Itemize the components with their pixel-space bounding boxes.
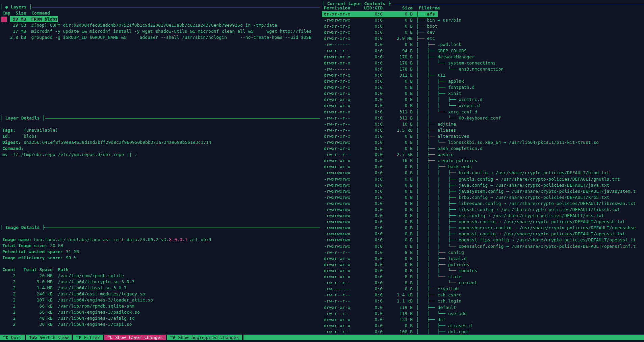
file-tree-row[interactable]: -rwxrwxrwx0:00 B├── bin → usr/bin [322, 17, 644, 23]
file-size: 0 B [386, 139, 413, 146]
file-tree-row[interactable]: drwxr-xr-x0:00 B│ ├── alternatives [322, 133, 644, 139]
shortcut-ctrl-a[interactable]: ^A Show aggregated changes [167, 335, 242, 340]
file-tree-row[interactable]: -rw-r--r--0:08 B│ │ └── current [322, 280, 644, 286]
layer-row-text: 99 MB FROM blobs [10, 16, 58, 22]
file-name: │ │ │ ├── libssh.config → /usr/share/cry… [416, 207, 620, 213]
file-tree-row[interactable]: dr-xr-xr-x0:00 B├── boot [322, 23, 644, 29]
file-name: │ │ └── current [416, 280, 477, 286]
efficiency-value: 99 % [66, 255, 76, 260]
file-tree-row[interactable]: -rwxrwxrwx0:00 B│ │ │ ├── openssh.config… [322, 219, 644, 225]
file-tree-row[interactable]: -rw-r--r--0:0119 B│ │ └── useradd [322, 311, 644, 317]
file-tree-row[interactable]: -rw-r--r--0:01.4 kB│ ├── csh.cshrc [322, 292, 644, 298]
file-tree-row[interactable]: -rwxrwxrwx0:00 B│ │ │ ├── bind.config → … [322, 170, 644, 176]
permission-column-label: Permission [324, 5, 350, 11]
file-permission: drwxr-xr-x [324, 256, 350, 262]
file-tree-row[interactable]: -rwxrwxrwx0:00 B│ │ │ ├── opensshserver.… [322, 225, 644, 231]
contents-column-header: Permission UID:GID Size Filetree [322, 5, 644, 11]
file-uid-gid: 0:0 [350, 225, 383, 231]
file-tree-row[interactable]: drwxr-xr-x0:00 B│ │ ├── policies [322, 262, 644, 268]
file-tree-row[interactable]: -rw-r--r--0:0311 B│ │ └── 00-keyboard.co… [322, 115, 644, 121]
file-tree-row[interactable]: drwxr-xr-x0:00 B│ │ │ └── xinput.d [322, 103, 644, 109]
layer-row[interactable]: 2.8 kB groupadd -g $GROUP_ID $GROUP_NAME… [0, 34, 320, 41]
left-pane: │●Layers├ Cmp Size Command 99 MB FROM bl… [0, 0, 320, 342]
file-tree-row[interactable]: -rwxrwxrwx0:00 B│ │ │ ├── libssh.config … [322, 207, 644, 213]
file-tree-row[interactable]: dr-xr-xr-x0:00 B├── afs [322, 11, 644, 17]
file-tree-row[interactable]: drwxr-xr-x0:00 B│ │ ├── fontpath.d [322, 84, 644, 90]
file-size: 0 B [386, 207, 413, 213]
file-size: 108 B [386, 329, 413, 335]
file-tree-row[interactable]: -rwxrwxrwx0:00 B│ │ │ ├── krb5.config → … [322, 194, 644, 201]
file-name: │ │ │ ├── krb5.config → /usr/share/crypt… [416, 194, 609, 201]
file-tree-row[interactable]: -rw-r--r--0:08 B│ │ ├── config [322, 249, 644, 256]
layer-row-text: 17 MB microdnf -y update && microdnf ins… [10, 28, 311, 34]
file-tree-row[interactable]: drwxr-xr-x0:0133 B│ ├── dnf [322, 317, 644, 323]
shortcut-ctrl-l[interactable]: ^L Show layer changes [104, 335, 166, 340]
file-tree-row[interactable]: drwxr-xr-x0:0311 B│ ├── X11 [322, 72, 644, 78]
file-tree-row[interactable]: drwxr-xr-x0:00 B│ │ ├── aliases.d [322, 323, 644, 329]
file-tree-row[interactable]: drwxr-xr-x0:00 B│ │ ├── back-ends [322, 164, 644, 170]
file-tree-row[interactable]: -rw-r--r--0:016 B│ ├── adjtime [322, 121, 644, 127]
file-permission: drwxr-xr-x [324, 103, 350, 109]
file-tree-row[interactable]: drwxr-xr-x0:02.9 MB├── etc [322, 35, 644, 42]
image-size-line: Total Image size:20 GB [2, 243, 320, 249]
file-tree-row[interactable]: drwxr-xr-x0:00 B│ │ ├── local.d [322, 256, 644, 262]
layer-row[interactable]: 99 MB FROM blobs [0, 16, 320, 22]
file-name: │ ├── .pwd.lock [416, 42, 461, 48]
file-uid-gid: 0:0 [350, 286, 383, 292]
file-tree-row[interactable]: -rwxrwxrwx0:00 B│ │ │ ├── gnutls.config … [322, 176, 644, 182]
file-tree-row[interactable]: -rwxrwxrwx0:00 B│ │ └── libnssckbi.so.x8… [322, 139, 644, 146]
file-tree-row[interactable]: drwxr-xr-x0:0311 B│ │ └── xorg.conf.d [322, 109, 644, 115]
file-tree-row[interactable]: drwxr-xr-x0:0178 B│ │ └── system-connect… [322, 60, 644, 66]
file-tree-row[interactable]: -rw-r--r--0:094 B│ ├── GREP_COLORS [322, 48, 644, 54]
file-tree-row[interactable]: -rw-------0:00 B│ ├── .pwd.lock [322, 42, 644, 48]
file-size: 0 B [386, 176, 413, 182]
file-tree-row[interactable]: drwxr-xr-x0:0119 B│ ├── default [322, 305, 644, 311]
layer-row[interactable]: 17 MB microdnf -y update && microdnf ins… [0, 28, 320, 34]
file-size: 8 B [386, 280, 413, 286]
file-tree-row[interactable]: drwxr-xr-x0:08 B│ │ └── state [322, 274, 644, 280]
file-uid-gid: 0:0 [350, 54, 383, 60]
layer-command-label-line: Command: [2, 146, 320, 152]
image-name-post: -all-ubi9 [187, 237, 211, 242]
file-size: 1.4 kB [386, 292, 413, 298]
file-tree-row[interactable]: drwxr-xr-x0:00 B│ │ ├── xinit [322, 90, 644, 97]
shortcut-ctrl-f[interactable]: ^F Filter [73, 335, 103, 340]
file-name: ├── dev [416, 29, 435, 35]
file-tree-row[interactable]: -rwxrwxrwx0:00 B│ │ │ ├── javasystem.con… [322, 188, 644, 194]
file-tree-row[interactable]: -rw-------0:00 B│ ├── crypttab [322, 286, 644, 292]
layer-row-text: 19 GB #(nop) COPY dir:b2d084fec85adc4b70… [10, 22, 277, 28]
file-tree-row[interactable]: drwxr-xr-x0:00 B├── dev [322, 29, 644, 35]
file-tree-row[interactable]: -rwxrwxrwx0:00 B│ │ │ ├── openssl.config… [322, 231, 644, 237]
file-name: │ │ ├── local.d [416, 256, 467, 262]
file-tree-row[interactable]: -rw-r--r--0:0108 B│ │ ├── dnf.conf [322, 329, 644, 335]
shortcut-ctrl-c[interactable]: ^C Quit [0, 335, 25, 340]
file-permission: -rwxrwxrwx [324, 188, 350, 194]
file-uid-gid: 0:0 [350, 243, 383, 249]
file-name: │ │ ├── back-ends [416, 164, 472, 170]
panel-border: ├ [43, 225, 45, 231]
file-name: │ │ └── system-connections [416, 60, 496, 66]
file-tree-row[interactable]: -rw-r--r--0:01.5 kB│ ├── aliases [322, 127, 644, 133]
file-tree-row[interactable]: drwxr-xr-x0:00 B│ ├── bash_completion.d [322, 146, 644, 152]
file-tree-row[interactable]: -rw-r--r--0:01.1 kB│ ├── csh.login [322, 298, 644, 304]
file-tree-row[interactable]: drwxr-xr-x0:016 B│ ├── crypto-policies [322, 158, 644, 164]
layer-row[interactable]: 19 GB #(nop) COPY dir:b2d084fec85adc4b70… [0, 22, 320, 28]
file-tree-row[interactable]: -rw-r--r--0:02.7 kB│ ├── bashrc [322, 152, 644, 158]
file-permission: -rw-r--r-- [324, 115, 350, 121]
file-tree-row[interactable]: -rw-------0:0178 B│ │ └── ens3.nmconnect… [322, 66, 644, 72]
file-tree-row[interactable]: -rwxrwxrwx0:00 B│ │ │ ├── java.config → … [322, 182, 644, 188]
file-tree-row[interactable]: drwxr-xr-x0:00 B│ │ │ ├── xinitrc.d [322, 97, 644, 103]
file-tree-row[interactable]: -rwxrwxrwx0:00 B│ │ │ ├── libreswan.conf… [322, 201, 644, 207]
file-tree-row[interactable]: -rwxrwxrwx0:00 B│ │ │ ├── openssl_fips.c… [322, 237, 644, 243]
shortcut-tab[interactable]: Tab Switch view [26, 335, 72, 340]
image-details-header: │Image Details├ [0, 225, 320, 231]
file-tree-row[interactable]: drwxr-xr-x0:00 B│ │ │ └── modules [322, 268, 644, 274]
file-tree-row[interactable]: -rwxrwxrwx0:00 B│ │ │ └── opensslcnf.con… [322, 243, 644, 249]
duplicate-file-row: 2 48 kB /usr/lib64/engines-3/afalg.so [2, 315, 320, 321]
file-tree-row[interactable]: drwxr-xr-x0:0178 B│ ├── NetworkManager [322, 54, 644, 60]
file-tree-row[interactable]: drwxr-xr-x0:00 B│ │ ├── applnk [322, 78, 644, 84]
file-uid-gid: 0:0 [350, 146, 383, 152]
file-tree-row[interactable]: -rwxrwxrwx0:00 B│ │ │ ├── nss.config → /… [322, 213, 644, 219]
file-size: 0 B [386, 213, 413, 219]
file-uid-gid: 0:0 [350, 274, 383, 280]
